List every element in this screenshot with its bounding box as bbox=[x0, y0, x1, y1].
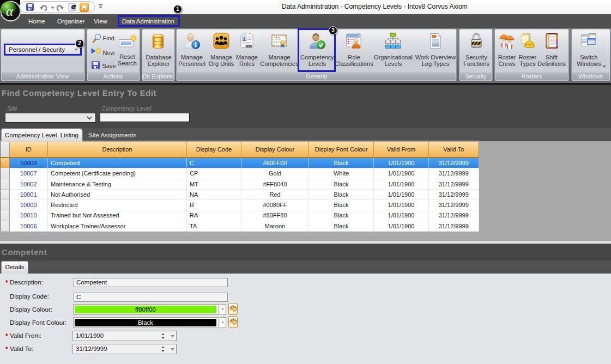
svg-text:α: α bbox=[6, 4, 14, 19]
